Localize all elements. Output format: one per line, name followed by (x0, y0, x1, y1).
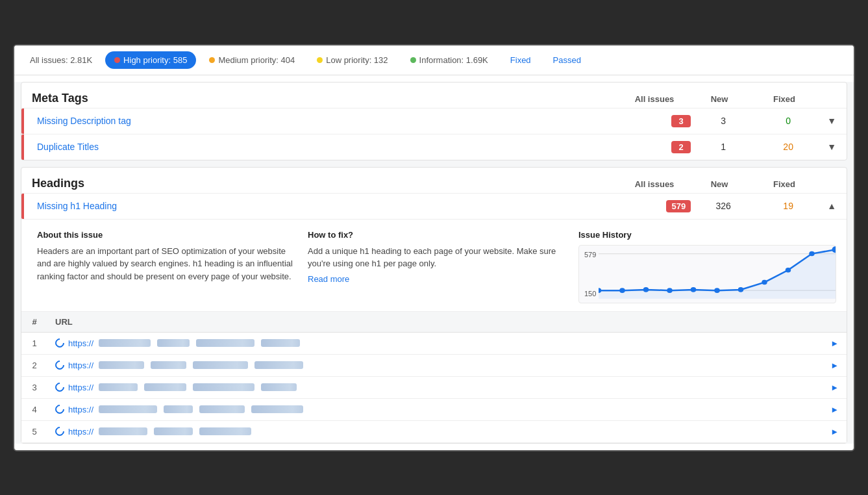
row-arrow-5[interactable]: ► (823, 420, 847, 442)
row-arrow-1[interactable]: ► (823, 332, 847, 354)
svg-point-10 (786, 267, 791, 272)
row-url-4: https:// (47, 398, 823, 420)
tab-high-priority[interactable]: High priority: 585 (105, 51, 196, 69)
main-container: All issues: 2.81K High priority: 585 Med… (13, 44, 855, 451)
col-header-url: URL (47, 312, 823, 333)
issue-badge-duplicate-titles: 2 (671, 141, 691, 153)
dropdown-arrow-duplicate-titles[interactable]: ▼ (827, 142, 836, 152)
information-dot (410, 57, 416, 63)
issue-row-duplicate-titles[interactable]: Duplicate Titles 2 1 20 ▼ (21, 134, 847, 160)
issue-name-duplicate-titles: Duplicate Titles (32, 142, 671, 152)
chart-svg (599, 246, 836, 303)
issue-left-bar (21, 108, 24, 134)
row-url-1: https:// (47, 332, 823, 354)
tab-fixed[interactable]: Fixed (501, 51, 540, 69)
issue-fixed-duplicate-titles: 20 (756, 142, 821, 152)
row-url-2: https:// (47, 354, 823, 376)
row-arrow-2[interactable]: ► (823, 354, 847, 376)
meta-col-all: All issues (622, 94, 687, 104)
table-row[interactable]: 4 https:// (21, 398, 847, 420)
row-url-3: https:// (47, 376, 823, 398)
table-row[interactable]: 1 https:// (21, 332, 847, 354)
tab-information[interactable]: Information: 1.69K (401, 51, 497, 69)
tab-low-priority[interactable]: Low priority: 132 (308, 51, 397, 69)
row-arrow-4[interactable]: ► (823, 398, 847, 420)
refresh-icon-3 (53, 381, 66, 394)
howtofix-title: How to fix? (308, 230, 565, 240)
issue-name-missing-description: Missing Description tag (32, 116, 671, 126)
howtofix-column: How to fix? Add a unique h1 heading to e… (308, 230, 565, 303)
row-url-5: https:// (47, 420, 823, 442)
refresh-icon-2 (53, 359, 66, 372)
refresh-icon-4 (53, 403, 66, 416)
svg-point-6 (691, 287, 696, 292)
headings-col-new: New (687, 179, 752, 189)
issue-all-duplicate-titles: 1 (691, 142, 756, 152)
meta-col-fixed: Fixed (752, 94, 817, 104)
issue-all-missing-h1: 326 (691, 201, 756, 211)
svg-point-8 (738, 287, 743, 292)
refresh-icon-1 (53, 336, 66, 349)
about-text: Headers are an important part of SEO opt… (37, 245, 295, 283)
row-num-4: 4 (21, 398, 47, 420)
svg-point-9 (762, 279, 767, 285)
row-num-3: 3 (21, 376, 47, 398)
history-column: Issue History 579 150 (578, 230, 836, 303)
issue-left-bar-2 (21, 134, 24, 160)
headings-title: Headings (32, 177, 622, 190)
row-num-1: 1 (21, 332, 47, 354)
svg-point-5 (667, 288, 672, 293)
dropdown-arrow-missing-h1[interactable]: ▲ (827, 201, 836, 211)
expanded-info: About this issue Headers are an importan… (21, 220, 847, 312)
tab-medium-priority[interactable]: Medium priority: 404 (200, 51, 304, 69)
issue-name-missing-h1: Missing h1 Heading (32, 201, 666, 211)
table-row[interactable]: 3 https:// (21, 376, 847, 398)
table-row[interactable]: 2 https:// (21, 354, 847, 376)
meta-tags-title: Meta Tags (32, 92, 622, 105)
about-title: About this issue (37, 230, 295, 240)
row-arrow-3[interactable]: ► (823, 376, 847, 398)
howtofix-text: Add a unique h1 heading to each page of … (308, 245, 565, 270)
chart-bottom-label: 150 (584, 290, 596, 298)
history-title: Issue History (578, 230, 836, 240)
headings-col-all: All issues (622, 179, 687, 189)
tab-passed[interactable]: Passed (544, 51, 590, 69)
issue-fixed-missing-description: 0 (756, 116, 821, 126)
tab-bar: All issues: 2.81K High priority: 585 Med… (14, 45, 854, 75)
svg-point-4 (643, 287, 649, 292)
about-column: About this issue Headers are an importan… (37, 230, 295, 303)
high-priority-dot (114, 57, 120, 63)
url-table: # URL 1 https:// (21, 312, 847, 443)
table-row[interactable]: 5 https:// ► (21, 420, 847, 442)
issue-row-missing-description[interactable]: Missing Description tag 3 3 0 ▼ (21, 108, 847, 134)
headings-section: Headings All issues New Fixed Missing h1… (21, 167, 847, 444)
tab-all-issues[interactable]: All issues: 2.81K (21, 51, 101, 69)
low-priority-dot (317, 57, 323, 63)
issue-all-missing-description: 3 (691, 116, 756, 126)
read-more-link[interactable]: Read more (308, 274, 565, 284)
svg-point-3 (619, 288, 625, 293)
issue-badge-missing-h1: 579 (666, 200, 691, 212)
headings-col-fixed: Fixed (752, 179, 817, 189)
row-num-5: 5 (21, 420, 47, 442)
medium-priority-dot (209, 57, 215, 63)
svg-point-11 (809, 251, 814, 256)
row-num-2: 2 (21, 354, 47, 376)
issue-row-missing-h1[interactable]: Missing h1 Heading 579 326 19 ▲ (21, 193, 847, 219)
col-header-num: # (21, 312, 47, 333)
col-header-action (823, 312, 847, 333)
dropdown-arrow-missing-description[interactable]: ▼ (827, 116, 836, 126)
meta-col-new: New (687, 94, 752, 104)
chart-top-label: 579 (584, 251, 596, 259)
refresh-icon-5 (53, 425, 66, 438)
meta-tags-section: Meta Tags All issues New Fixed Missing D… (21, 82, 847, 160)
issue-history-chart: 579 150 (578, 245, 836, 303)
expanded-missing-h1: About this issue Headers are an importan… (21, 219, 847, 443)
issue-fixed-missing-h1: 19 (756, 201, 821, 211)
svg-point-7 (714, 288, 719, 293)
issue-left-bar-h1 (21, 194, 24, 219)
main-content: Meta Tags All issues New Fixed Missing D… (14, 82, 854, 444)
issue-badge-missing-description: 3 (671, 115, 691, 127)
